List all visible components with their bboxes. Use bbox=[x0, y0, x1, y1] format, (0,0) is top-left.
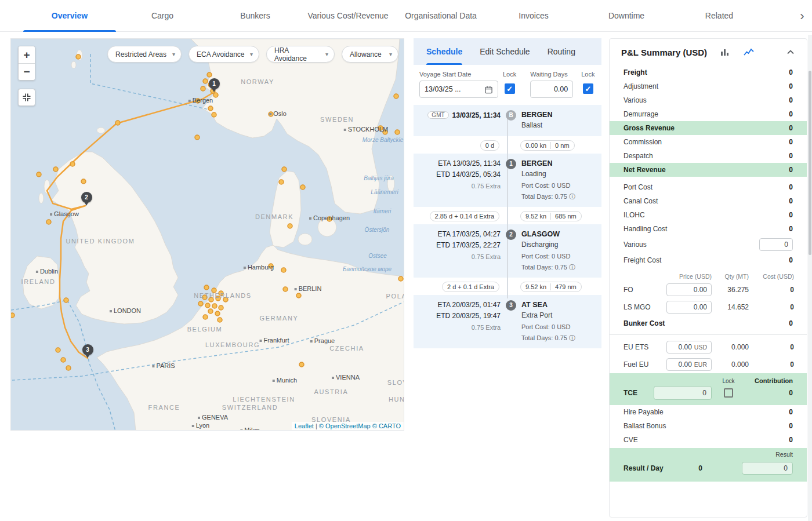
pnl-row-eu-ets: EU ETS 0.00USD 0.000 0 bbox=[610, 338, 807, 356]
filter-eca-avoidance[interactable]: ECA Avoidance ▾ bbox=[188, 46, 259, 63]
bunker-table-header: Price (USD) Qty (MT) Cost (USD) bbox=[610, 272, 807, 281]
result-block: Result Result / Day 0 0 bbox=[610, 448, 807, 482]
timeline-connector: 2.85 d + 0.14 d Extra 9.52 kn685 nm bbox=[414, 207, 601, 224]
ls-mgo-price-input[interactable]: 0.00 bbox=[666, 301, 712, 314]
voyage-date-lock-checkbox[interactable] bbox=[505, 83, 515, 94]
tab-downtime-label: Downtime bbox=[608, 11, 644, 20]
timeline-connector: 0 d 0.00 kn0 nm bbox=[414, 136, 601, 154]
collapse-chevron-icon[interactable] bbox=[787, 50, 794, 54]
fit-bounds-button[interactable] bbox=[18, 89, 35, 106]
leg-etd: ETD 20/03/25, 19:47 bbox=[418, 311, 501, 322]
result-corner-label: Result bbox=[775, 451, 793, 458]
timeline-leg-3[interactable]: ETA 20/03/25, 01:47 ETD 20/03/25, 19:47 … bbox=[414, 295, 601, 348]
info-icon[interactable]: ⓘ bbox=[569, 193, 575, 200]
map-zoom-control: + − bbox=[18, 46, 35, 81]
waiting-days-input[interactable]: 0.00 bbox=[530, 81, 573, 98]
leaflet-link[interactable]: Leaflet bbox=[295, 422, 314, 429]
chevron-down-icon: ▾ bbox=[172, 51, 175, 57]
waiting-days-value: 0.00 bbox=[554, 85, 568, 93]
pnl-row-various-input: Various 0 bbox=[610, 236, 807, 253]
leg-duration-pill: 0 d bbox=[480, 140, 499, 151]
pnl-row-adjustment: Adjustment0 bbox=[610, 79, 807, 93]
tab-various-cost-revenue[interactable]: Various Cost/Revenue bbox=[302, 0, 394, 31]
chevron-down-icon: ▾ bbox=[389, 51, 392, 57]
leg-etd: ETD 14/03/25, 05:34 bbox=[418, 169, 501, 180]
zoom-in-button[interactable]: + bbox=[19, 46, 35, 63]
landmasses bbox=[23, 39, 404, 431]
filter-hra-avoidance[interactable]: HRA Avoidance ▾ bbox=[266, 46, 335, 63]
pnl-row-port-cost: Port Cost0 bbox=[610, 180, 807, 194]
tab-invoices-label: Invoices bbox=[519, 11, 548, 20]
osm-link[interactable]: © OpenStreetMap bbox=[319, 422, 371, 429]
tce-input[interactable]: 0 bbox=[654, 386, 712, 400]
lock-label: Lock bbox=[581, 71, 594, 78]
filter-allowance[interactable]: Allowance ▾ bbox=[342, 46, 398, 63]
pnl-title: P&L Summary (USD) bbox=[621, 48, 707, 57]
tab-organisational-label: Organisational Data bbox=[405, 11, 477, 20]
route-marker-1[interactable]: 1 bbox=[209, 78, 220, 89]
result-per-day-label: Result / Day bbox=[624, 464, 686, 472]
filter-restricted-areas[interactable]: Restricted Areas ▾ bbox=[107, 46, 182, 63]
fo-price-input[interactable]: 0.00 bbox=[666, 283, 712, 296]
zoom-out-button[interactable]: − bbox=[19, 63, 35, 80]
tab-organisational-data[interactable]: Organisational Data bbox=[394, 0, 487, 31]
origin-datetime: 13/03/25, 11:34 bbox=[452, 111, 501, 119]
leg-activity: Extra Port bbox=[521, 310, 597, 320]
map-attribution: Leaflet | © OpenStreetMap © CARTO bbox=[292, 422, 404, 430]
tab-downtime[interactable]: Downtime bbox=[580, 0, 673, 31]
tab-bunkers[interactable]: Bunkers bbox=[209, 0, 302, 31]
tab-schedule[interactable]: Schedule bbox=[426, 38, 462, 65]
leg-port-cost: Port Cost: 0 USD bbox=[521, 322, 597, 331]
info-icon[interactable]: ⓘ bbox=[569, 334, 575, 341]
waiting-days-lock-checkbox[interactable] bbox=[583, 83, 593, 94]
tab-routing[interactable]: Routing bbox=[548, 38, 575, 65]
bar-chart-icon[interactable] bbox=[720, 48, 730, 57]
tab-invoices[interactable]: Invoices bbox=[487, 0, 580, 31]
info-icon[interactable]: ⓘ bbox=[569, 264, 575, 271]
leg-eta: ETA 17/03/25, 04:27 bbox=[418, 229, 501, 240]
pnl-row-canal-cost: Canal Cost0 bbox=[610, 194, 807, 208]
contribution-label: Contribution bbox=[745, 377, 793, 384]
eu-ets-input[interactable]: 0.00USD bbox=[666, 341, 712, 354]
leg-total-days: Total Days: 0.75 bbox=[521, 193, 567, 200]
line-chart-icon[interactable] bbox=[743, 48, 755, 57]
fit-bounds-icon bbox=[22, 93, 31, 102]
pnl-row-bunker-cost: Bunker Cost0 bbox=[610, 316, 807, 331]
carto-link[interactable]: © CARTO bbox=[372, 422, 401, 429]
leg-badge: 2 bbox=[506, 229, 516, 240]
tce-lock-checkbox[interactable] bbox=[724, 388, 733, 398]
nav-overflow-chevron-icon[interactable]: › bbox=[795, 0, 810, 32]
tab-related[interactable]: Related bbox=[673, 0, 766, 31]
leg-port: AT SEA bbox=[521, 300, 597, 310]
various-cost-input[interactable]: 0 bbox=[759, 238, 793, 251]
filter-hra-avoidance-label: HRA Avoidance bbox=[274, 46, 321, 63]
tab-bunkers-label: Bunkers bbox=[240, 11, 270, 20]
scrollbar-thumb[interactable] bbox=[809, 71, 811, 255]
schedule-form: Voyage Start Date 13/03/25 ... Lock Wait… bbox=[414, 65, 601, 105]
calendar-icon[interactable] bbox=[484, 85, 493, 94]
voyage-timeline: GMT13/03/25, 11:34 B BERGEN Ballast 0 d … bbox=[414, 105, 601, 348]
leg-port-cost: Port Cost: 0 USD bbox=[521, 252, 597, 261]
leg-activity: Loading bbox=[521, 169, 597, 179]
lock-label: Lock bbox=[503, 71, 516, 78]
tab-overview[interactable]: Overview bbox=[23, 0, 116, 31]
attribution-separator: | bbox=[316, 422, 317, 429]
chevron-down-icon: ▾ bbox=[325, 51, 328, 57]
route-marker-2[interactable]: 2 bbox=[81, 192, 92, 203]
tab-related-label: Related bbox=[705, 11, 733, 20]
pnl-row-ilohc: ILOHC0 bbox=[610, 208, 807, 222]
voyage-start-date-label: Voyage Start Date bbox=[419, 71, 498, 78]
voyage-map[interactable]: NORWAYSWEDENUNITED KINGDOMIRELANDDENMARK… bbox=[10, 38, 404, 431]
pnl-row-various: Various0 bbox=[610, 93, 807, 107]
result-input[interactable]: 0 bbox=[742, 462, 793, 475]
tab-cargo[interactable]: Cargo bbox=[116, 0, 209, 31]
pnl-row-despatch: Despatch0 bbox=[610, 149, 807, 163]
fuel-eu-input[interactable]: 0.00EUR bbox=[666, 358, 712, 371]
voyage-start-date-input[interactable]: 13/03/25 ... bbox=[419, 81, 498, 98]
tab-edit-schedule[interactable]: Edit Schedule bbox=[480, 38, 530, 65]
pnl-row-cve: CVE0 bbox=[610, 433, 807, 447]
timeline-connector: 2 d + 0.1 d Extra 9.52 kn479 nm bbox=[414, 278, 601, 295]
page-scrollbar[interactable] bbox=[808, 35, 812, 521]
route-marker-3[interactable]: 3 bbox=[82, 344, 93, 355]
map-filter-bar: Restricted Areas ▾ ECA Avoidance ▾ HRA A… bbox=[107, 46, 398, 63]
